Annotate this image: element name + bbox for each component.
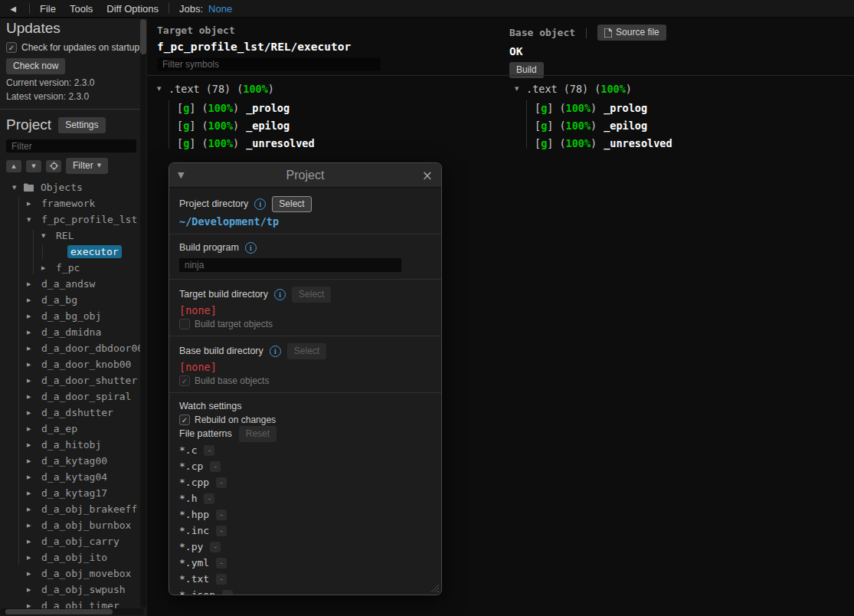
collapse-dialog-icon[interactable]: ▼ xyxy=(178,170,193,180)
build-base-objects-checkbox[interactable] xyxy=(179,375,190,386)
symbol-row[interactable]: [g] (100%) _epilog xyxy=(535,116,672,134)
tree-row[interactable]: ▶ d_a_dmidna xyxy=(6,324,141,340)
move-up-button[interactable]: ▲ xyxy=(6,160,21,172)
tree-expand-icon[interactable]: ▶ xyxy=(27,523,38,529)
tree-expand-icon[interactable]: ▶ xyxy=(27,201,38,207)
project-filter-input[interactable] xyxy=(6,139,136,152)
tree-expand-icon[interactable]: ▶ xyxy=(27,539,38,545)
tree-expand-icon[interactable]: ▶ xyxy=(27,346,38,352)
tree-expand-icon[interactable]: ▶ xyxy=(27,313,38,319)
sidebar-vscroll-thumb[interactable] xyxy=(140,19,146,54)
remove-pattern-button[interactable]: - xyxy=(216,477,227,488)
tree-expand-icon[interactable]: ▶ xyxy=(27,297,38,303)
back-icon[interactable]: ◀ xyxy=(0,5,26,13)
tree-row[interactable]: ▶ framework xyxy=(6,195,141,211)
remove-pattern-button[interactable]: - xyxy=(210,542,221,552)
menu-tools[interactable]: Tools xyxy=(63,3,100,15)
build-target-objects-checkbox[interactable] xyxy=(179,319,190,329)
tree-expand-icon[interactable]: ▶ xyxy=(27,426,38,432)
tree-expand-icon[interactable]: ▶ xyxy=(27,378,38,384)
tree-expand-icon[interactable]: ▶ xyxy=(27,442,38,448)
tree-row[interactable]: ▶ d_a_bg xyxy=(6,292,141,308)
tree-expand-icon[interactable]: ▶ xyxy=(27,490,38,496)
collapse-icon[interactable]: ▼ xyxy=(157,86,169,92)
tree-row[interactable]: ▶ d_a_door_spiral xyxy=(6,388,141,405)
target-build-select-button[interactable]: Select xyxy=(292,287,331,303)
resize-handle[interactable] xyxy=(430,584,439,592)
symbol-row[interactable]: [g] (100%) _unresolved xyxy=(177,134,315,152)
tree-row[interactable]: ▼ f_pc_profile_lst xyxy=(6,211,141,228)
tree-expand-icon[interactable]: ▶ xyxy=(27,474,38,480)
tree-row[interactable]: ▶ d_a_dshutter xyxy=(6,405,141,421)
tree-expand-icon[interactable]: ▼ xyxy=(12,185,24,191)
remove-pattern-button[interactable]: - xyxy=(216,574,227,585)
rebuild-on-changes-checkbox[interactable] xyxy=(179,414,190,425)
tree-row[interactable]: ▶ d_a_door_dbdoor00 xyxy=(6,340,141,356)
tree-row[interactable]: ▶ d_a_door_knob00 xyxy=(6,356,141,372)
tree-row[interactable]: ▶ f_pc xyxy=(6,260,141,276)
locate-current-icon[interactable] xyxy=(46,160,61,172)
sidebar-hscroll-thumb[interactable] xyxy=(5,609,113,614)
tree-row[interactable]: ▶ d_a_door_shutter xyxy=(6,372,141,388)
menu-file[interactable]: File xyxy=(33,3,63,15)
dialog-header[interactable]: ▼ Project × xyxy=(169,163,441,187)
tree-row[interactable]: ▶ d_a_kytag17 xyxy=(6,485,141,501)
tree-expand-icon[interactable]: ▶ xyxy=(27,506,38,513)
source-file-button[interactable]: Source file xyxy=(597,25,666,41)
project-settings-button[interactable]: Settings xyxy=(58,117,105,133)
section-header[interactable]: ▼ .text (78) (100%) xyxy=(157,80,315,97)
tree-expand-icon[interactable]: ▶ xyxy=(27,555,38,561)
remove-pattern-button[interactable]: - xyxy=(222,590,233,595)
remove-pattern-button[interactable]: - xyxy=(210,461,221,472)
tree-row[interactable]: ▶ d_a_obj_burnbox xyxy=(6,517,141,533)
tree-row[interactable]: ▶ d_a_kytag04 xyxy=(6,469,141,485)
symbol-row[interactable]: [g] (100%) _epilog xyxy=(177,116,315,134)
symbol-row[interactable]: [g] (100%) _unresolved xyxy=(535,134,672,152)
tree-expand-icon[interactable]: ▼ xyxy=(41,233,53,239)
tree-expand-icon[interactable]: ▶ xyxy=(27,394,38,400)
symbol-row[interactable]: [g] (100%) _prolog xyxy=(535,99,672,116)
tree-expand-icon[interactable]: ▶ xyxy=(27,281,38,287)
remove-pattern-button[interactable]: - xyxy=(216,526,227,536)
menu-diff-options[interactable]: Diff Options xyxy=(100,3,165,15)
project-directory-select-button[interactable]: Select xyxy=(272,196,311,212)
build-program-input[interactable] xyxy=(179,258,401,272)
tree-row[interactable]: ▶ d_a_hitobj xyxy=(6,437,141,453)
move-down-button[interactable]: ▼ xyxy=(26,160,41,172)
tree-row[interactable]: executor xyxy=(6,244,141,260)
tree-row[interactable]: ▼ REL xyxy=(6,228,141,244)
tree-row[interactable]: ▶ d_a_obj_carry xyxy=(6,533,141,549)
tree-row[interactable]: ▶ d_a_andsw xyxy=(6,276,141,292)
tree-row[interactable]: ▼ Objects xyxy=(6,179,141,195)
remove-pattern-button[interactable]: - xyxy=(204,445,214,456)
remove-pattern-button[interactable]: - xyxy=(216,510,227,520)
tree-row[interactable]: ▶ d_a_bg_obj xyxy=(6,308,141,324)
symbol-row[interactable]: [g] (100%) _prolog xyxy=(177,99,315,116)
symbol-name: _unresolved xyxy=(246,137,314,149)
reset-patterns-button[interactable]: Reset xyxy=(239,426,276,442)
check-now-button[interactable]: Check now xyxy=(6,58,65,74)
filter-dropdown[interactable]: Filter ▼ xyxy=(66,158,108,174)
tree-expand-icon[interactable]: ▶ xyxy=(27,571,38,577)
tree-row[interactable]: ▶ d_a_obj_brakeeff xyxy=(6,501,141,517)
tree-expand-icon[interactable]: ▶ xyxy=(27,362,38,368)
tree-row[interactable]: ▶ d_a_ep xyxy=(6,421,141,437)
remove-pattern-button[interactable]: - xyxy=(216,558,227,568)
tree-expand-icon[interactable]: ▶ xyxy=(27,329,38,336)
tree-row[interactable]: ▶ d_a_obj_swpush xyxy=(6,582,141,598)
tree-row[interactable]: ▶ d_a_obj_ito xyxy=(6,549,141,565)
startup-updates-checkbox[interactable] xyxy=(6,42,17,53)
tree-expand-icon[interactable]: ▶ xyxy=(27,587,38,593)
close-icon[interactable]: × xyxy=(417,168,433,183)
tree-expand-icon[interactable]: ▼ xyxy=(27,217,38,223)
collapse-icon[interactable]: ▼ xyxy=(515,86,526,92)
tree-expand-icon[interactable]: ▶ xyxy=(41,265,53,271)
tree-expand-icon[interactable]: ▶ xyxy=(27,458,38,464)
section-header[interactable]: ▼ .text (78) (100%) xyxy=(515,80,672,97)
base-build-select-button[interactable]: Select xyxy=(287,343,326,359)
tree-row[interactable]: ▶ d_a_kytag00 xyxy=(6,453,141,469)
symbol-filter-input[interactable] xyxy=(157,57,381,71)
tree-expand-icon[interactable]: ▶ xyxy=(27,410,38,416)
tree-row[interactable]: ▶ d_a_obj_movebox xyxy=(6,565,141,582)
remove-pattern-button[interactable]: - xyxy=(204,493,214,504)
